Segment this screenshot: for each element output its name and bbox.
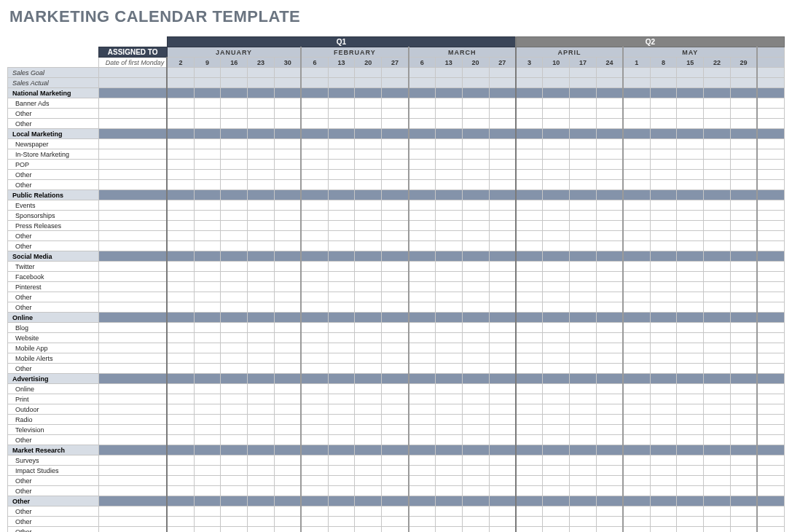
grid-cell[interactable] <box>730 394 757 404</box>
grid-cell[interactable] <box>409 211 436 221</box>
grid-cell[interactable] <box>757 200 784 211</box>
grid-cell[interactable] <box>382 129 409 139</box>
grid-cell[interactable] <box>409 241 436 251</box>
grid-cell[interactable] <box>194 282 221 292</box>
grid-cell[interactable] <box>730 190 757 200</box>
grid-cell[interactable] <box>248 282 275 292</box>
grid-cell[interactable] <box>194 78 221 88</box>
grid-cell[interactable] <box>677 404 704 415</box>
grid-cell[interactable] <box>355 313 382 323</box>
grid-cell[interactable] <box>704 404 731 415</box>
grid-cell[interactable] <box>409 455 436 466</box>
grid-cell[interactable] <box>757 394 784 404</box>
grid-cell[interactable] <box>248 109 275 119</box>
grid-cell[interactable] <box>757 211 784 221</box>
grid-cell[interactable] <box>194 364 221 374</box>
grid-cell[interactable] <box>570 251 597 262</box>
grid-cell[interactable] <box>757 374 784 384</box>
grid-cell[interactable] <box>382 272 409 282</box>
grid-cell[interactable] <box>677 180 704 190</box>
grid-cell[interactable] <box>301 68 328 78</box>
grid-cell[interactable] <box>677 221 704 231</box>
grid-cell[interactable] <box>435 160 462 170</box>
assigned-to-cell[interactable] <box>98 262 167 272</box>
grid-cell[interactable] <box>435 88 462 98</box>
grid-cell[interactable] <box>462 282 489 292</box>
grid-cell[interactable] <box>516 506 543 517</box>
grid-cell[interactable] <box>543 170 570 180</box>
grid-cell[interactable] <box>275 109 302 119</box>
grid-cell[interactable] <box>221 68 248 78</box>
grid-cell[interactable] <box>623 527 650 533</box>
grid-cell[interactable] <box>275 211 302 221</box>
grid-cell[interactable] <box>194 415 221 425</box>
grid-cell[interactable] <box>623 282 650 292</box>
grid-cell[interactable] <box>623 374 650 384</box>
grid-cell[interactable] <box>677 394 704 404</box>
grid-cell[interactable] <box>489 251 516 262</box>
grid-cell[interactable] <box>221 302 248 313</box>
grid-cell[interactable] <box>435 374 462 384</box>
grid-cell[interactable] <box>462 343 489 353</box>
grid-cell[interactable] <box>275 272 302 282</box>
grid-cell[interactable] <box>248 78 275 88</box>
grid-cell[interactable] <box>704 496 731 506</box>
grid-cell[interactable] <box>677 435 704 445</box>
grid-cell[interactable] <box>596 425 623 435</box>
grid-cell[interactable] <box>489 170 516 180</box>
grid-cell[interactable] <box>543 466 570 476</box>
grid-cell[interactable] <box>355 78 382 88</box>
grid-cell[interactable] <box>516 374 543 384</box>
grid-cell[interactable] <box>623 343 650 353</box>
grid-cell[interactable] <box>650 149 677 160</box>
grid-cell[interactable] <box>677 88 704 98</box>
grid-cell[interactable] <box>623 313 650 323</box>
grid-cell[interactable] <box>489 302 516 313</box>
grid-cell[interactable] <box>757 272 784 282</box>
grid-cell[interactable] <box>623 272 650 282</box>
grid-cell[interactable] <box>623 68 650 78</box>
grid-cell[interactable] <box>248 394 275 404</box>
grid-cell[interactable] <box>489 98 516 109</box>
grid-cell[interactable] <box>248 404 275 415</box>
grid-cell[interactable] <box>596 466 623 476</box>
grid-cell[interactable] <box>570 466 597 476</box>
grid-cell[interactable] <box>382 160 409 170</box>
grid-cell[interactable] <box>677 129 704 139</box>
grid-cell[interactable] <box>275 333 302 343</box>
grid-cell[interactable] <box>382 517 409 527</box>
grid-cell[interactable] <box>275 88 302 98</box>
grid-cell[interactable] <box>570 343 597 353</box>
assigned-to-cell[interactable] <box>98 445 167 455</box>
grid-cell[interactable] <box>194 374 221 384</box>
grid-cell[interactable] <box>623 486 650 496</box>
grid-cell[interactable] <box>355 517 382 527</box>
grid-cell[interactable] <box>248 343 275 353</box>
grid-cell[interactable] <box>328 486 355 496</box>
grid-cell[interactable] <box>248 333 275 343</box>
grid-cell[interactable] <box>543 221 570 231</box>
grid-cell[interactable] <box>623 455 650 466</box>
grid-cell[interactable] <box>677 445 704 455</box>
grid-cell[interactable] <box>677 527 704 533</box>
grid-cell[interactable] <box>435 251 462 262</box>
grid-cell[interactable] <box>489 425 516 435</box>
grid-cell[interactable] <box>650 98 677 109</box>
grid-cell[interactable] <box>167 170 194 180</box>
grid-cell[interactable] <box>355 415 382 425</box>
grid-cell[interactable] <box>167 221 194 231</box>
assigned-to-cell[interactable] <box>98 476 167 486</box>
grid-cell[interactable] <box>757 292 784 302</box>
grid-cell[interactable] <box>221 251 248 262</box>
grid-cell[interactable] <box>248 415 275 425</box>
grid-cell[interactable] <box>409 302 436 313</box>
grid-cell[interactable] <box>677 455 704 466</box>
grid-cell[interactable] <box>221 486 248 496</box>
grid-cell[interactable] <box>489 190 516 200</box>
grid-cell[interactable] <box>730 231 757 241</box>
grid-cell[interactable] <box>757 313 784 323</box>
grid-cell[interactable] <box>382 455 409 466</box>
grid-cell[interactable] <box>275 435 302 445</box>
grid-cell[interactable] <box>516 251 543 262</box>
grid-cell[interactable] <box>704 517 731 527</box>
